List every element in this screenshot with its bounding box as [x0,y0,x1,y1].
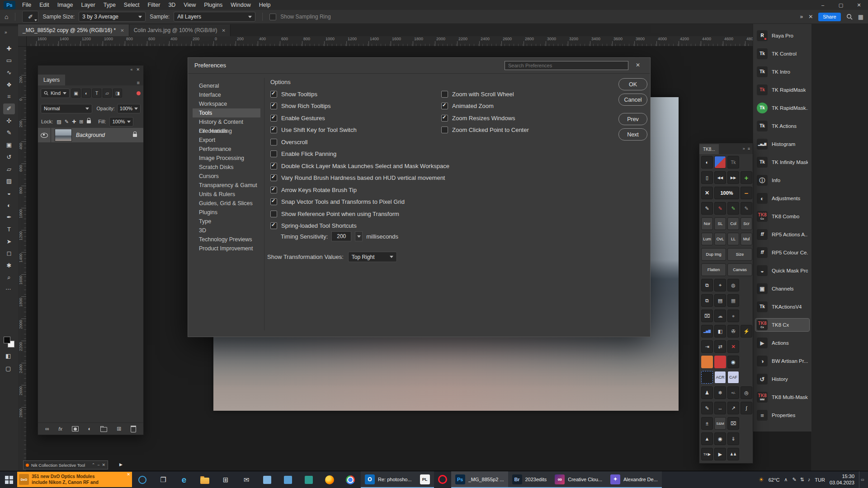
add-mask-icon[interactable] [72,426,79,432]
task-view-icon[interactable]: ❐ [153,471,174,488]
tk8-cell[interactable]: Mul [741,233,752,245]
menu-item-layer[interactable]: Layer [77,0,99,10]
tab-tk8[interactable]: TK8... [699,144,719,154]
panel-tab-tkactionsv4[interactable]: TkTKActionsV4 [755,300,809,313]
lock-icon-2[interactable]: ✚ [72,119,76,125]
path-selection-tool[interactable]: ➤ [3,236,15,247]
panel-menu-icon[interactable]: ≡ [137,80,143,85]
menu-item-window[interactable]: Window [226,0,255,10]
pref-option-arrow-keys-rotate-brush-tip-checkbox[interactable] [270,187,277,193]
tk8-cell[interactable]: Scr [741,217,752,230]
marquee-tool[interactable]: ▭ [3,55,15,66]
quick-mask-icon[interactable]: ◧ [5,352,11,359]
menu-item-view[interactable]: View [179,0,200,10]
expand-icon[interactable]: ⌃ [92,463,95,467]
pref-option-zoom-with-scroll-wheel-checkbox[interactable] [441,91,448,98]
pref-option-spring-loaded-tool-shortcuts-checkbox[interactable] [270,222,277,229]
tk8-cell[interactable]: ✎ [727,202,739,215]
taskbar-app-br[interactable]: Br2023edits [508,471,551,488]
panel-menu-icon[interactable]: ≡ [748,146,750,151]
lock-icon-0[interactable]: ▨ [57,119,61,125]
pref-nav-guides-grid-slices[interactable]: Guides, Grid & Slices [193,199,260,208]
menu-item-plugins[interactable]: Plugins [200,0,226,10]
lock-icon-3[interactable]: ⊞ [79,119,83,125]
share-button[interactable]: Share [818,13,840,21]
tk8-cell[interactable]: ◀◀ [714,171,726,184]
pref-nav-plugins[interactable]: Plugins [193,208,260,217]
tk8-cell[interactable]: ∫ [741,402,752,414]
dialog-close-icon[interactable]: ✕ [636,62,640,68]
taskbar-clock[interactable]: 15:30 03.04.2023 [830,474,854,486]
pref-option-zoom-clicked-point-to-center-checkbox[interactable] [441,127,448,133]
tk8-cell[interactable]: ▶▶ [727,171,739,184]
timing-stepper[interactable] [355,231,363,241]
panel-tab-raya-pro[interactable]: RRaya Pro [755,29,809,42]
collapse-panel-icon[interactable]: « [130,67,132,72]
taskbar-app-purple[interactable]: ✦Alexandre De... [606,471,662,488]
clone-stamp-tool[interactable]: ▣ [3,140,15,150]
tk8-panel-header[interactable]: TK8... » ≡ [699,143,753,154]
tk8-cell[interactable]: Tk [727,156,739,169]
pref-nav-cursors[interactable]: Cursors [193,172,260,181]
browser-circle-icon[interactable] [132,471,153,488]
store-icon[interactable]: ⊞ [215,471,236,488]
next-button[interactable]: Next [618,128,647,141]
crop-tool[interactable]: ⌗ [3,91,15,102]
close-window-icon[interactable]: ✕ [850,0,868,10]
minimize-window-icon[interactable]: – [814,0,832,10]
link-layers-icon[interactable]: ∞ [45,426,49,432]
tab-layers[interactable]: Layers [38,75,65,85]
layer-thumbnail[interactable] [55,129,72,141]
file-explorer-icon[interactable] [194,471,215,488]
fill-dropdown[interactable]: 100% [109,117,133,127]
pref-nav-transparency-gamut[interactable]: Transparency & Gamut [193,181,260,190]
tk8-cell[interactable]: ♟ [701,386,713,399]
tk8-cell[interactable]: − [741,187,752,199]
layer-filter-icon-2[interactable]: T [92,89,101,98]
panel-tab-actions[interactable]: ▶Actions [755,337,809,349]
shape-tool[interactable]: ◻ [3,248,15,259]
pref-nav-technology-previews[interactable]: Technology Previews [193,235,260,244]
quick-selection-tool[interactable]: ❖ [3,79,15,90]
tk8-cell[interactable] [701,356,713,368]
pref-nav-product-improvement[interactable]: Product Improvement [193,244,260,253]
tk8-cell[interactable]: ✕ [727,340,739,353]
eyedropper-tool-badge[interactable]: ✐ [22,11,38,23]
taskbar-app-ps[interactable]: Ps_MG_8855p2 ... [451,471,508,488]
tk8-cell[interactable]: Col [727,217,739,230]
tk8-cell[interactable]: ⇥ [701,340,713,353]
pref-option-show-tooltips-checkbox[interactable] [270,91,277,98]
document-tab[interactable]: Colin Jarvis.jpg @ 100% (RGB/8#)✕ [129,24,231,36]
layers-panel-titlebar[interactable]: « ✕ [38,66,143,74]
preferences-search-input[interactable] [505,61,628,70]
tk8-cell[interactable]: TK▶ [701,448,713,460]
tk8-cell[interactable]: ▶ [714,448,726,460]
nik-window[interactable]: Nik Collection Selective Tool ⌃ − ✕ [23,460,108,469]
tray-icon-1[interactable]: ⇅ [800,477,804,483]
new-layer-icon[interactable]: ⊞ [117,426,121,432]
pref-option-enable-gestures-checkbox[interactable] [270,115,277,122]
blend-mode-dropdown[interactable]: Normal [41,104,92,113]
tk8-cell[interactable] [714,356,726,368]
tk8-cell[interactable]: S&M [714,417,726,430]
history-brush-tool[interactable]: ↺ [3,151,15,162]
language-indicator[interactable]: TUR [815,477,825,483]
pref-option-zoom-resizes-windows-checkbox[interactable] [441,115,448,122]
layer-row-background[interactable]: Background [38,128,143,142]
layer-filter-icon-3[interactable]: ▱ [103,89,112,98]
pref-nav-tools[interactable]: Tools [193,108,260,117]
action-center-icon[interactable]: ▭ [859,471,866,488]
tk8-cell[interactable]: ✎ [701,402,713,414]
lock-all-icon[interactable] [87,120,91,123]
pref-nav-performance[interactable]: Performance [193,145,260,154]
layer-filter-icon-1[interactable]: ◐ [82,89,91,98]
tk8-cell[interactable]: ✎ [714,202,726,215]
tab-close-icon[interactable]: ✕ [222,28,226,33]
lock-icon-1[interactable]: ✎ [65,119,69,125]
tray-icon-2[interactable]: ♪ [808,477,811,483]
pref-option-show-rich-tooltips-checkbox[interactable] [270,103,277,109]
tk8-cell[interactable]: ⇓ [727,432,739,445]
timing-sensitivity-input[interactable] [331,231,351,241]
pref-nav-3d[interactable]: 3D [193,226,260,235]
panel-tab-bw-artisan-pr[interactable]: ◑BW Artisan Pr... [755,355,809,367]
